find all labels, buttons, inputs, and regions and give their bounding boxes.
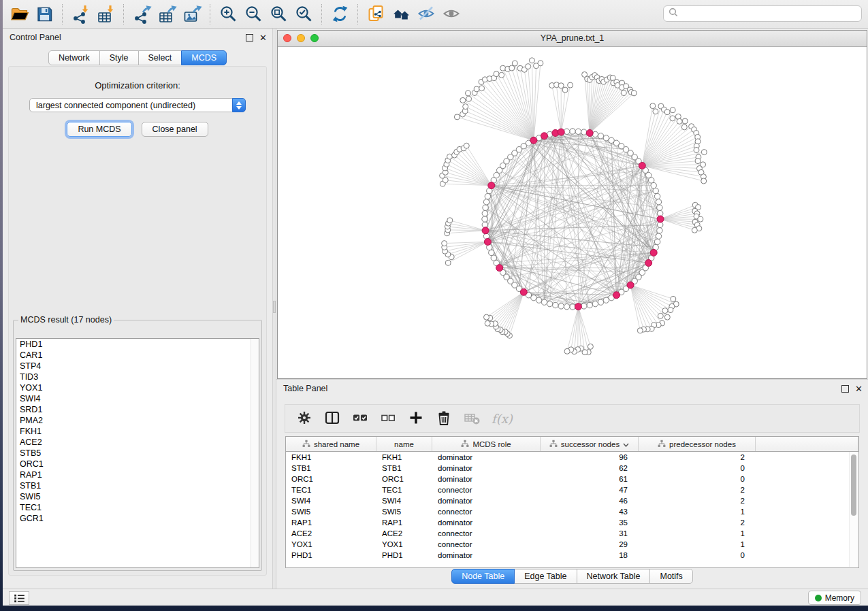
cell-name[interactable]: TEC1 [376,484,432,495]
column-header-shared-name[interactable]: shared name [286,437,376,451]
column-header-mcds-role[interactable]: MCDS role [432,437,541,451]
mcds-result-item[interactable]: PMA2 [16,415,259,426]
table-scrollbar-thumb[interactable] [851,455,856,516]
cell-shared-name[interactable]: RAP1 [286,517,376,528]
task-history-button[interactable] [9,591,29,605]
show-all-button[interactable] [439,3,464,26]
refresh-view-button[interactable] [327,3,353,26]
cell-name[interactable]: SWI5 [376,506,432,517]
cell-predecessor-nodes[interactable]: 1 [639,528,756,539]
import-table-button[interactable] [93,3,118,26]
float-table-panel-icon[interactable] [841,385,849,393]
mcds-result-item[interactable]: ORC1 [16,459,259,469]
table-settings-button[interactable] [296,410,312,428]
table-row[interactable]: PHD1PHD1dominator180 [286,550,858,561]
cell-name[interactable]: RAP1 [376,517,432,528]
cell-mcds-role[interactable]: connector [432,539,541,550]
cell-successor-nodes[interactable]: 29 [541,539,639,550]
mcds-result-item[interactable]: SWI5 [16,491,259,502]
cell-predecessor-nodes[interactable]: 0 [639,474,756,484]
mcds-result-item[interactable]: STB1 [16,480,259,491]
table-row[interactable]: STB1STB1dominator620 [286,463,858,474]
deselect-all-rows-button[interactable] [380,410,396,428]
cell-shared-name[interactable]: ACE2 [286,528,376,539]
cell-shared-name[interactable]: ORC1 [286,474,376,484]
criterion-select[interactable]: largest connected component (undirected) [29,98,246,112]
mcds-result-list[interactable]: PHD1CAR1STP4TID3YOX1SWI4SRD1PMA2FKH1ACE2… [16,338,259,568]
show-columns-button[interactable] [324,410,340,428]
cell-predecessor-nodes[interactable]: 2 [639,452,756,463]
tab-style[interactable]: Style [99,50,139,65]
cell-successor-nodes[interactable]: 96 [541,452,639,463]
save-session-button[interactable] [32,3,57,26]
search-input[interactable] [678,7,861,20]
mcds-result-item[interactable]: TID3 [16,371,259,382]
import-network-button[interactable] [68,3,93,26]
cell-predecessor-nodes[interactable]: 0 [639,463,756,474]
mcds-result-item[interactable]: SWI4 [16,393,259,404]
table-row[interactable]: RAP1RAP1dominator352 [286,517,858,528]
cell-mcds-role[interactable]: dominator [432,474,541,484]
tab-motifs[interactable]: Motifs [649,569,692,584]
close-table-panel-icon[interactable]: ✕ [855,386,863,392]
create-column-button[interactable] [408,410,424,428]
mcds-result-item[interactable]: ACE2 [16,437,259,448]
cell-shared-name[interactable]: TEC1 [286,484,376,495]
zoom-selected-button[interactable] [291,3,317,26]
zoom-in-button[interactable] [216,3,241,26]
table-row[interactable]: SWI4SWI4dominator462 [286,495,858,506]
mcds-result-item[interactable]: RAP1 [16,469,259,480]
table-row[interactable]: ORC1ORC1dominator610 [286,474,858,484]
cell-name[interactable]: PHD1 [376,550,432,561]
mcds-result-item[interactable]: PHD1 [16,339,259,350]
cell-mcds-role[interactable]: dominator [432,463,541,474]
tab-edge-table[interactable]: Edge Table [514,569,577,584]
cell-mcds-role[interactable]: dominator [432,550,541,561]
cell-shared-name[interactable]: SWI5 [286,506,376,517]
zoom-out-button[interactable] [241,3,266,26]
tab-select[interactable]: Select [138,50,182,65]
mcds-result-item[interactable]: CAR1 [16,350,259,361]
cell-name[interactable]: FKH1 [376,452,432,463]
tab-mcds[interactable]: MCDS [181,50,227,65]
cell-successor-nodes[interactable]: 46 [541,495,639,506]
cell-successor-nodes[interactable]: 47 [541,484,639,495]
cell-name[interactable]: ORC1 [376,474,432,484]
cell-predecessor-nodes[interactable]: 1 [639,506,756,517]
select-all-rows-button[interactable] [352,410,368,428]
cell-shared-name[interactable]: YOX1 [286,539,376,550]
close-panel-button[interactable]: Close panel [142,122,208,137]
close-panel-icon[interactable]: ✕ [259,35,267,41]
cell-successor-nodes[interactable]: 35 [541,517,639,528]
float-panel-icon[interactable] [246,34,253,42]
table-row[interactable]: FKH1FKH1dominator962 [286,452,858,463]
cell-shared-name[interactable]: FKH1 [286,452,376,463]
cell-mcds-role[interactable]: dominator [432,452,541,463]
cell-successor-nodes[interactable]: 31 [541,528,639,539]
column-header-name[interactable]: name [376,437,432,451]
mcds-result-item[interactable]: GCR1 [16,513,259,524]
table-row[interactable]: SWI5SWI5connector431 [286,506,858,517]
network-window-titlebar[interactable]: YPA_prune.txt_1 [278,31,867,47]
mcds-result-item[interactable]: YOX1 [16,382,259,393]
cell-mcds-role[interactable]: dominator [432,495,541,506]
list-scrollbar[interactable] [251,339,259,567]
cell-predecessor-nodes[interactable]: 1 [639,539,756,550]
mcds-result-item[interactable]: TEC1 [16,502,259,513]
table-row[interactable]: ACE2ACE2connector311 [286,528,858,539]
export-network-button[interactable] [129,3,155,26]
network-canvas[interactable] [278,46,867,378]
cell-predecessor-nodes[interactable]: 2 [639,484,756,495]
mcds-result-item[interactable]: STP4 [16,361,259,371]
table-row[interactable]: TEC1TEC1connector472 [286,484,858,495]
table-row[interactable]: YOX1YOX1connector291 [286,539,858,550]
hide-selected-button[interactable] [414,3,439,26]
run-mcds-button[interactable]: Run MCDS [67,122,131,137]
mcds-result-item[interactable]: SRD1 [16,404,259,415]
cell-mcds-role[interactable]: connector [432,506,541,517]
network-graph[interactable] [278,46,867,378]
zoom-fit-button[interactable] [266,3,291,26]
delete-columns-button[interactable] [436,410,452,428]
table-scrollbar[interactable] [849,452,858,567]
cell-successor-nodes[interactable]: 62 [541,463,639,474]
